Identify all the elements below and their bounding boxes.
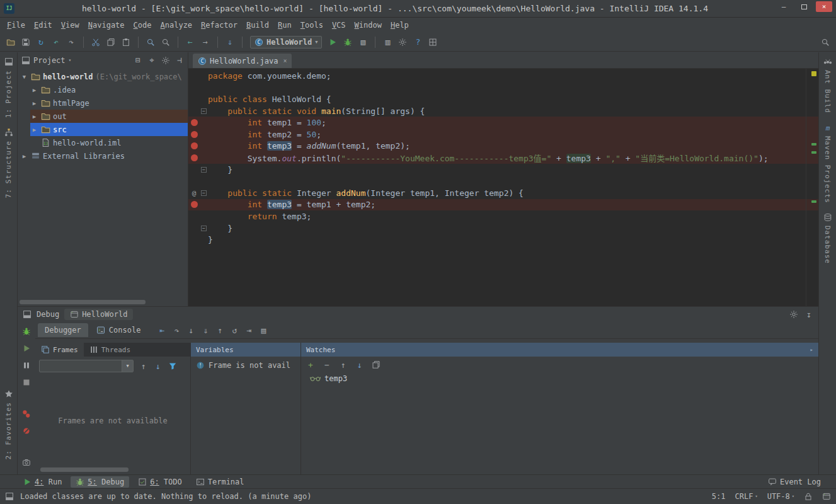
filter-frames-icon[interactable] — [168, 362, 177, 370]
chevron-down-icon[interactable]: ▾ — [69, 57, 72, 63]
debug-session-tab-helloworld[interactable]: HelloWorld — [64, 309, 133, 320]
menu-build[interactable]: Build — [242, 20, 273, 31]
settings-gear-icon[interactable] — [789, 310, 798, 319]
paste-icon[interactable] — [122, 38, 130, 47]
code-editor[interactable]: package com.youmeek.demo;public class He… — [188, 69, 818, 306]
tree-item-hello-world[interactable]: ▼hello-world (E:\git_work_space\ — [18, 70, 188, 83]
tool-button-terminal[interactable]: Terminal — [191, 476, 249, 488]
tree-toggle-arrow[interactable]: ▼ — [20, 74, 28, 80]
remove-watch-icon[interactable]: − — [323, 360, 331, 369]
resume-icon[interactable] — [22, 344, 31, 353]
tool-window-switcher-icon[interactable] — [5, 492, 14, 501]
watch-item-temp3[interactable]: temp3 — [301, 373, 818, 384]
search-everywhere-icon[interactable] — [821, 38, 830, 47]
move-watch-down-icon[interactable]: ↓ — [355, 360, 364, 369]
step-out-icon[interactable]: ↑ — [215, 326, 224, 335]
project-tree[interactable]: ▼hello-world (E:\git_work_space\▶.idea▶h… — [18, 68, 188, 306]
menu-file[interactable]: File — [3, 20, 30, 31]
horizontal-scrollbar[interactable] — [20, 300, 146, 304]
tree-item-out[interactable]: ▶out — [18, 110, 188, 123]
open-folder-icon[interactable] — [6, 38, 15, 47]
project-structure-icon[interactable] — [428, 38, 437, 47]
breakpoint-gutter[interactable] — [188, 119, 200, 126]
debug-button-icon[interactable] — [343, 38, 352, 47]
menu-vcs[interactable]: VCS — [328, 20, 350, 31]
readonly-lock-icon[interactable] — [804, 492, 813, 501]
tool-button-database[interactable]: Database — [823, 213, 832, 264]
collapse-all-icon[interactable]: ⊟ — [134, 56, 142, 65]
menu-run[interactable]: Run — [273, 20, 296, 31]
editor-tab-helloworld-java[interactable]: C HelloWorld.java × — [193, 54, 292, 68]
thread-selector-combobox[interactable]: ▼ — [39, 360, 134, 372]
frame-up-icon[interactable]: ↑ — [139, 362, 148, 370]
caret-position-widget[interactable]: 5:1 — [712, 492, 726, 501]
drop-frame-icon[interactable]: ↺ — [230, 326, 239, 335]
show-execution-point-icon[interactable]: ⇤ — [157, 326, 166, 335]
breakpoint-dot[interactable] — [191, 142, 198, 149]
tool-button-favorites[interactable]: 2: Favorites — [4, 389, 13, 459]
fold-gutter[interactable]: − — [200, 167, 208, 173]
menu-window[interactable]: Window — [350, 20, 386, 31]
rerun-icon[interactable] — [22, 327, 31, 336]
tree-toggle-arrow[interactable]: ▶ — [30, 100, 38, 106]
highlighting-level-icon[interactable] — [822, 492, 831, 501]
breakpoint-gutter[interactable] — [188, 131, 200, 138]
menu-tools[interactable]: Tools — [296, 20, 328, 31]
menu-help[interactable]: Help — [386, 20, 413, 31]
tree-item-idea[interactable]: ▶.idea — [18, 83, 188, 96]
redo-icon[interactable]: ↷ — [67, 38, 76, 47]
tool-button-4-run[interactable]: 4: Run — [18, 476, 67, 488]
duplicate-watch-icon[interactable] — [372, 360, 381, 369]
breakpoint-dot[interactable] — [191, 131, 198, 138]
tool-button-5-debug[interactable]: 5: Debug — [71, 476, 129, 488]
save-all-icon[interactable] — [21, 38, 30, 47]
add-watch-icon[interactable]: + — [306, 360, 315, 369]
tree-toggle-arrow[interactable]: ▶ — [30, 113, 38, 120]
breakpoint-dot[interactable] — [191, 119, 198, 126]
breakpoint-gutter[interactable] — [188, 142, 200, 149]
menu-code[interactable]: Code — [129, 20, 156, 31]
tool-button-ant-build[interactable]: Ant Build — [823, 57, 832, 113]
frame-down-icon[interactable]: ↓ — [154, 362, 163, 370]
tree-toggle-arrow[interactable]: ▶ — [30, 87, 38, 93]
back-icon[interactable]: ← — [186, 38, 195, 47]
menu-navigate[interactable]: Navigate — [84, 20, 129, 31]
close-tab-icon[interactable]: × — [283, 57, 287, 64]
breakpoint-gutter[interactable] — [188, 201, 200, 208]
find-icon[interactable] — [146, 38, 155, 47]
tree-item-external-libraries[interactable]: ▶External Libraries — [18, 149, 188, 163]
close-button[interactable]: × — [816, 1, 832, 12]
variables-header[interactable]: Variables — [191, 343, 301, 357]
tree-item-src[interactable]: ▶src — [18, 123, 188, 136]
tool-button-maven-projects[interactable]: mMaven Projects — [823, 123, 832, 203]
tree-item-htmlpage[interactable]: ▶htmlPage — [18, 96, 188, 110]
mute-breakpoints-icon[interactable] — [22, 427, 31, 435]
fold-marker-icon[interactable]: − — [201, 108, 207, 114]
fold-marker-icon[interactable]: − — [201, 226, 207, 231]
tree-item-hello-world-iml[interactable]: IJhello-world.iml — [18, 136, 188, 149]
panel-options-icon[interactable]: ▸ — [810, 346, 813, 353]
pause-icon[interactable] — [22, 361, 31, 370]
synchronize-icon[interactable]: ↻ — [37, 38, 45, 47]
move-watch-up-icon[interactable]: ↑ — [339, 360, 348, 369]
scroll-from-source-icon[interactable]: ⌖ — [147, 56, 156, 65]
fold-gutter[interactable]: − — [200, 190, 208, 196]
help-icon[interactable]: ? — [413, 38, 422, 47]
run-button-icon[interactable] — [328, 38, 337, 47]
line-separator-widget[interactable]: CRLF▾ — [735, 492, 758, 501]
run-configuration-select[interactable]: CHelloWorld▼ — [250, 36, 322, 49]
step-over-icon[interactable]: ↷ — [172, 326, 181, 335]
cut-icon[interactable] — [91, 38, 100, 47]
debug-tab-frames[interactable]: Frames — [35, 343, 84, 357]
forward-icon[interactable]: → — [201, 38, 210, 47]
copy-icon[interactable] — [106, 38, 115, 47]
breakpoint-dot[interactable] — [191, 201, 198, 208]
menu-refactor[interactable]: Refactor — [197, 20, 242, 31]
edit-configurations-icon[interactable]: ▥ — [383, 38, 392, 47]
debug-tab-threads[interactable]: Threads — [84, 343, 136, 357]
tool-button-event-log[interactable]: Event Log — [763, 476, 826, 488]
breakpoint-dot[interactable] — [191, 154, 198, 161]
breakpoint-gutter[interactable] — [188, 154, 200, 161]
run-with-coverage-icon[interactable]: ▧ — [358, 38, 367, 47]
ide-settings-icon[interactable] — [398, 38, 407, 47]
